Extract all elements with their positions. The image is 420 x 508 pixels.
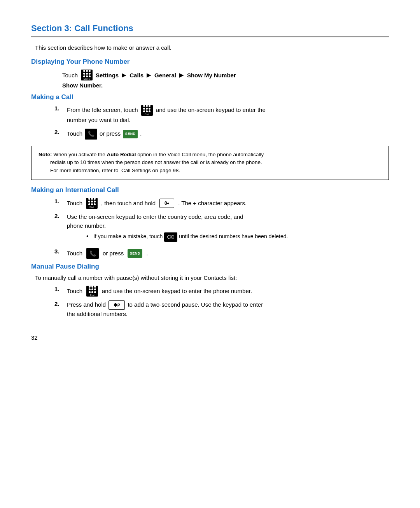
intl-s1-touch: Touch: [67, 199, 82, 208]
intl-s1-appears: . The + character appears.: [178, 199, 247, 208]
path-general: General: [154, 72, 176, 79]
intl-s1-then: , then touch and hold: [101, 199, 156, 208]
making-call-list: 1. From the Idle screen, touch Dial and …: [54, 105, 389, 140]
intl-s2-text: Use the on-screen keypad to enter the co…: [67, 213, 243, 220]
bullet-item-1: • If you make a mistake, touch ⌫ until t…: [86, 232, 389, 242]
step2-touch-label: Touch: [67, 129, 82, 138]
send-icon-1: SEND: [123, 130, 138, 138]
step-num-1: 1.: [54, 105, 65, 112]
manual-step-1: 1. Touch Dial and use the on-screen keyp…: [54, 286, 389, 297]
section-title: Section 3: Call Functions: [31, 23, 389, 33]
intl-step-num-2: 2.: [54, 213, 65, 219]
intl-step-1: 1. Touch Dial , then touch and hold 0 + …: [54, 198, 389, 209]
dial-icon-3: Dial: [86, 286, 98, 297]
bullet-text-b: until the desired numbers have been dele…: [179, 232, 288, 241]
show-number-line: Show Number.: [62, 82, 389, 89]
step-2-content: Touch 📞 or press SEND .: [67, 129, 389, 140]
intl-s2-text2: phone number.: [67, 222, 106, 229]
page-number: 32: [31, 334, 389, 341]
note-label: Note:: [38, 152, 53, 157]
intl-step-num-1: 1.: [54, 198, 65, 204]
show-number-label: Show Number.: [62, 82, 103, 89]
manual-step-2-content: Press and hold ✱ P to add a two-second p…: [67, 300, 389, 319]
manual-pause-intro: To manually call a number with pause(s) …: [35, 274, 389, 281]
arrow3: ▶: [179, 72, 184, 79]
path-show-my-number: Show My Number: [187, 72, 236, 79]
intro-text: This section describes how to make or an…: [35, 44, 389, 51]
step-1-content: From the Idle screen, touch Dial and use…: [67, 105, 389, 125]
intl-step-2-content: Use the on-screen keypad to enter the co…: [67, 213, 389, 244]
step1-text-a: From the Idle screen, touch: [67, 106, 140, 113]
step-num-2: 2.: [54, 129, 65, 135]
subsection-making-call: Making a Call: [31, 93, 389, 101]
star-p-icon: ✱ P: [108, 300, 125, 310]
menu-icon: Menu: [81, 70, 93, 80]
manual-step-num-2: 2.: [54, 300, 65, 307]
manual-pause-list: 1. Touch Dial and use the on-screen keyp…: [54, 286, 389, 319]
making-call-step-1: 1. From the Idle screen, touch Dial and …: [54, 105, 389, 125]
manual-s2-text2: the additional numbers.: [67, 311, 128, 317]
intl-s3-touch: Touch: [67, 249, 82, 258]
intl-step-3-content: Touch 📞 or press SEND .: [67, 248, 389, 259]
intl-s3-or: or press: [103, 249, 124, 258]
international-call-list: 1. Touch Dial , then touch and hold 0 + …: [54, 198, 389, 259]
path-calls: Calls: [130, 72, 144, 79]
touch-label: Touch: [62, 72, 78, 79]
intl-step-num-3: 3.: [54, 248, 65, 255]
note-text-a: When you activate the: [53, 152, 107, 157]
zero-plus-icon: 0 +: [159, 199, 174, 208]
send-icon-2: SEND: [128, 249, 142, 258]
bullet-text-a: If you make a mistake, touch: [93, 232, 163, 241]
manual-s1-text: and use the on-screen keypad to enter th…: [102, 287, 252, 296]
dial-icon-1: Dial: [141, 105, 153, 116]
intl-step-1-content: Touch Dial , then touch and hold 0 + . T…: [67, 198, 389, 209]
intl-step-2: 2. Use the on-screen keypad to enter the…: [54, 213, 389, 244]
intl-s3-period: .: [146, 249, 148, 258]
making-call-step-2: 2. Touch 📞 or press SEND .: [54, 129, 389, 140]
auto-redial-bold: Auto Redial: [107, 152, 136, 157]
section-divider: [31, 37, 389, 37]
manual-s2-press: Press and hold: [67, 301, 107, 308]
step1-text-b: and use the on-screen keypad to enter th…: [156, 106, 266, 113]
arrow2: ▶: [147, 72, 151, 79]
subsection-displaying: Displaying Your Phone Number: [31, 58, 389, 66]
bullet-dot: •: [86, 232, 93, 241]
arrow1: ▶: [122, 72, 126, 79]
manual-s1-touch: Touch: [67, 287, 82, 296]
intl-step-3: 3. Touch 📞 or press SEND .: [54, 248, 389, 259]
dial-icon-2: Dial: [86, 198, 98, 209]
manual-step-1-content: Touch Dial and use the on-screen keypad …: [67, 286, 389, 297]
step2-period: .: [140, 129, 142, 138]
subsection-international: Making an International Call: [31, 186, 389, 194]
note-box: Note: When you activate the Auto Redial …: [31, 146, 389, 180]
manual-step-2: 2. Press and hold ✱ P to add a two-secon…: [54, 300, 389, 319]
phone-icon-1: 📞: [85, 129, 97, 140]
phone-icon-2: 📞: [86, 248, 99, 259]
delete-icon: ⌫: [164, 232, 177, 242]
path-line: Touch Menu Settings ▶ Calls ▶ General ▶ …: [62, 70, 389, 80]
manual-step-num-1: 1.: [54, 286, 65, 292]
bullet-list: • If you make a mistake, touch ⌫ until t…: [86, 232, 389, 242]
step2-or: or press: [100, 129, 121, 138]
manual-s2-text: to add a two-second pause. Use the keypa…: [128, 301, 263, 308]
subsection-manual-pause: Manual Pause Dialing: [31, 263, 389, 271]
step1-text-c: number you want to dial.: [67, 117, 130, 123]
path-settings: Settings: [96, 72, 119, 79]
